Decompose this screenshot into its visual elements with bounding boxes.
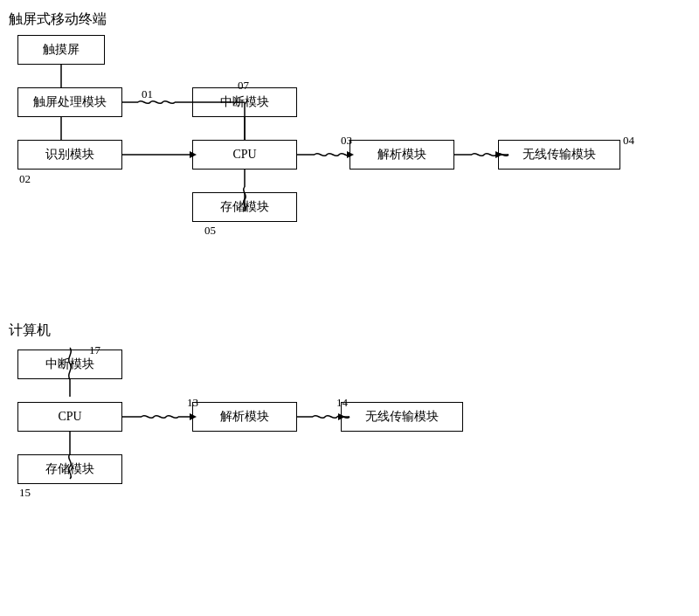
label-17: 17 bbox=[89, 343, 100, 357]
label-15: 15 bbox=[19, 486, 31, 500]
label-01: 01 bbox=[142, 87, 153, 101]
identify-box: 识别模块 bbox=[17, 140, 122, 170]
label-04: 04 bbox=[623, 134, 634, 148]
storage-box: 存储模块 bbox=[192, 192, 297, 222]
section2-title: 计算机 bbox=[9, 322, 51, 340]
parse-box: 解析模块 bbox=[350, 140, 454, 170]
label-13: 13 bbox=[187, 396, 198, 410]
interrupt2-box: 中断模块 bbox=[17, 350, 122, 379]
label-07: 07 bbox=[238, 79, 249, 93]
touchscreen-handler-box: 触屏处理模块 bbox=[17, 87, 122, 117]
label-02: 02 bbox=[19, 172, 31, 186]
touchscreen-box: 触摸屏 bbox=[17, 35, 105, 65]
parse2-box: 解析模块 bbox=[192, 402, 297, 432]
section1-title: 触屏式移动终端 bbox=[9, 10, 107, 29]
cpu-box: CPU bbox=[192, 140, 297, 170]
diagram-container: 触屏式移动终端 触摸屏 触屏处理模块 识别模块 CPU 中断模块 存储模块 解析… bbox=[0, 0, 699, 616]
storage2-box: 存储模块 bbox=[17, 454, 122, 484]
label-03: 03 bbox=[341, 134, 352, 148]
wireless2-box: 无线传输模块 bbox=[341, 402, 463, 432]
label-14: 14 bbox=[336, 396, 348, 410]
cpu2-box: CPU bbox=[17, 402, 122, 432]
label-05: 05 bbox=[204, 224, 216, 238]
wireless-box: 无线传输模块 bbox=[498, 140, 620, 170]
